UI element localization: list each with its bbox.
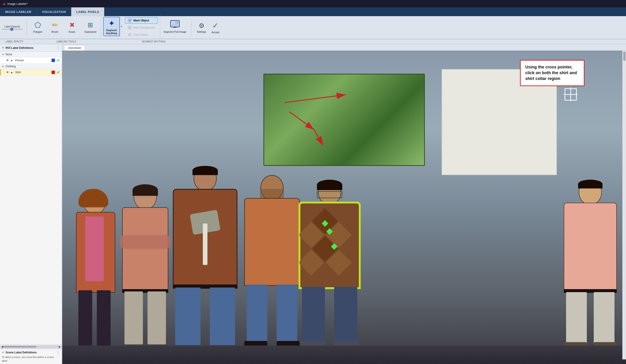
vscrollbar-thumb[interactable]: [623, 52, 626, 61]
toolbar-section-labels: LABEL OPACITY LABELING TOOLS SEGMENT ANY…: [0, 39, 626, 44]
mark-object-label: Mark Object: [133, 19, 149, 22]
erase-tool[interactable]: ✖ Erase: [64, 19, 80, 35]
polygon-tool[interactable]: ⬠ Polygon: [30, 19, 46, 35]
labeling-tools-section-label: LABELING TOOLS: [29, 40, 103, 43]
photo-floor: [62, 346, 626, 364]
person-3: [168, 166, 242, 346]
clear-marks-button[interactable]: Clear Marks: [125, 32, 158, 38]
segment-full-image-button[interactable]: Segment Full Image: [161, 18, 189, 35]
svg-text:✓: ✓: [129, 19, 131, 22]
person-label: Person: [15, 59, 50, 62]
accept-button[interactable]: ✓ Accept: [209, 20, 222, 35]
mark-object-icon: ✓: [127, 18, 132, 23]
group-clothing[interactable]: ▼ Clothing: [0, 64, 62, 69]
settings-icon: ⚙: [199, 22, 204, 30]
person-link-icon: 🔗: [56, 59, 60, 62]
slider-thumb[interactable]: [10, 28, 13, 31]
person-expand-arrow[interactable]: ▶: [11, 59, 14, 62]
shirt-label: Shirt: [15, 71, 50, 74]
mark-background-icon: ✓: [127, 25, 132, 30]
erase-label: Erase: [69, 30, 75, 34]
mark-object-button[interactable]: ✓ Mark Object: [125, 17, 158, 24]
canvas-tabs: visionteam: [62, 44, 626, 51]
brush-icon: ✏: [50, 20, 59, 30]
clothing-group-label: Clothing: [5, 65, 16, 68]
roi-title: ROI Label Definitions: [5, 46, 34, 49]
scene-description: To label a scene, you must first define …: [2, 356, 60, 363]
left-panel-hscroll[interactable]: ◀ ▶: [0, 345, 62, 348]
shirt-link-icon: 🔗: [56, 71, 60, 74]
scene-options-icon[interactable]: ⋮: [56, 350, 60, 355]
svg-rect-7: [171, 21, 175, 24]
app-icon: ▲: [2, 1, 6, 6]
shirt-expand-arrow[interactable]: ▶: [11, 71, 14, 74]
none-group-label: None: [5, 53, 12, 56]
accept-icon: ✓: [212, 21, 219, 30]
segment-full-image-icon: [170, 19, 180, 30]
scene-collapse-arrow[interactable]: ▼: [2, 351, 4, 354]
person-eye-icon[interactable]: 👁: [5, 59, 10, 62]
label-item-person[interactable]: 👁 ▶ Person 🔗: [0, 57, 62, 64]
divider-1: [27, 19, 27, 36]
hscroll-thumb[interactable]: [3, 346, 37, 348]
svg-text:✓: ✓: [129, 26, 131, 29]
opacity-slider[interactable]: [2, 29, 23, 30]
clothing-collapse-icon: ▼: [2, 65, 4, 68]
left-panel: ▼ ROI Label Definitions ⋮ ▼ None 👁 ▶ Per…: [0, 44, 62, 364]
toolbar: Label Opacity ⬠ Polygon ✏ Brush ✖ Erase …: [0, 16, 626, 39]
superpixel-tool[interactable]: ⊞ Superpixel: [81, 19, 100, 35]
settings-label: Settings: [197, 30, 206, 33]
erase-icon: ✖: [67, 20, 77, 30]
title-bar: ▲ Image Labeler*: [0, 0, 626, 7]
mark-background-button[interactable]: ✓ Mark Background: [125, 24, 158, 31]
label-item-shirt[interactable]: 👁 ▶ Shirt 🔗: [0, 69, 62, 75]
canvas-vscrollbar[interactable]: [622, 51, 626, 359]
segment-anything-dropdown[interactable]: ▼: [120, 17, 123, 36]
tab-visualization[interactable]: VISUALIZATION: [37, 7, 71, 16]
segment-anything-icon: ✦: [108, 19, 115, 28]
polygon-label: Polygon: [33, 30, 42, 34]
superpixel-icon: ⊞: [86, 20, 95, 30]
hscroll-left-arrow[interactable]: ◀: [1, 345, 3, 348]
menu-tabs: IMAGE LABELER VISUALIZATION LABEL PIXELS: [0, 7, 626, 16]
segment-full-image-label: Segment Full Image: [164, 30, 186, 34]
person-color-swatch: [51, 59, 55, 62]
background-artwork: [264, 74, 425, 166]
hscroll-track: [3, 346, 59, 348]
app-title: Image Labeler*: [7, 2, 28, 5]
accept-label: Accept: [212, 31, 219, 34]
roi-section: ▼ ROI Label Definitions ⋮ ▼ None 👁 ▶ Per…: [0, 44, 62, 348]
clear-marks-label: Clear Marks: [133, 33, 149, 36]
tab-image-labeler[interactable]: IMAGE LABELER: [0, 7, 37, 16]
label-opacity-label: Label Opacity: [4, 25, 20, 28]
divider-2: [192, 19, 192, 36]
slider-container: [2, 29, 23, 30]
brush-tool[interactable]: ✏ Brush: [47, 19, 63, 35]
canvas-content[interactable]: Using the cross pointer, click on both t…: [62, 51, 626, 364]
callout-box: Using the cross pointer, click on both t…: [520, 60, 585, 86]
main-layout: ▼ ROI Label Definitions ⋮ ▼ None 👁 ▶ Per…: [0, 44, 626, 364]
sa-controls: ✓ Mark Object ✓ Mark Background: [125, 17, 158, 38]
canvas-tab-visionteam[interactable]: visionteam: [64, 45, 85, 50]
scene-header: ▼ Scene Label Definitions ⋮: [2, 350, 60, 355]
svg-rect-8: [175, 21, 178, 24]
clear-marks-icon: [127, 33, 132, 37]
roi-header: ▼ ROI Label Definitions ⋮: [0, 44, 62, 52]
segment-anything-button[interactable]: ✦ SegmentAnything: [103, 17, 120, 36]
svg-rect-9: [171, 24, 178, 26]
shirt-eye-icon[interactable]: 👁: [5, 71, 10, 74]
roi-collapse-arrow[interactable]: ▼: [2, 46, 4, 49]
group-none[interactable]: ▼ None: [0, 52, 62, 57]
callout-text: Using the cross pointer, click on both t…: [525, 65, 577, 81]
hscroll-right-arrow[interactable]: ▶: [59, 345, 61, 348]
scene-title: Scene Label Definitions: [5, 351, 37, 354]
roi-options-icon[interactable]: ⋮: [56, 46, 60, 50]
segment-anything-section: ✦ SegmentAnything ▼ ✓ Mark Object: [101, 15, 160, 39]
mark-background-label: Mark Background: [133, 26, 155, 29]
settings-button[interactable]: ⚙ Settings: [195, 21, 208, 35]
label-opacity-section-label: LABEL OPACITY: [2, 40, 27, 43]
label-list: ▼ None 👁 ▶ Person 🔗 ▼ Clothing: [0, 52, 62, 345]
scene-section: ▼ Scene Label Definitions ⋮ To label a s…: [0, 348, 62, 364]
person-1: [67, 189, 122, 346]
tab-label-pixels[interactable]: LABEL PIXELS: [71, 7, 104, 16]
